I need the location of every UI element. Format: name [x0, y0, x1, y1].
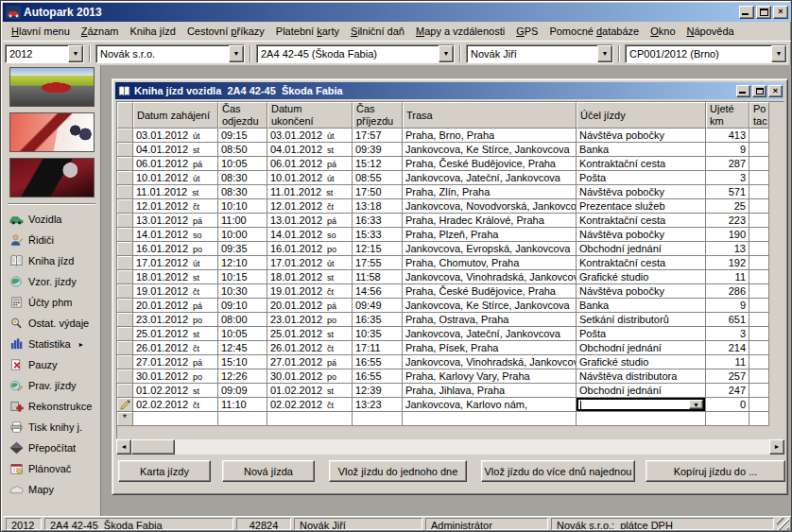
- cell-date-end[interactable]: [267, 412, 353, 426]
- scrollbar-thumb[interactable]: [131, 439, 175, 455]
- cell-time-departure[interactable]: 08:50: [218, 143, 267, 157]
- pencil-icon[interactable]: [117, 398, 133, 412]
- cell-time-departure[interactable]: 10:30: [218, 284, 267, 299]
- cell-odometer-clipped[interactable]: [749, 384, 769, 398]
- year-combo[interactable]: 2012▼: [5, 44, 84, 63]
- cell-date-end[interactable]: 26.01.2012čt: [267, 341, 353, 355]
- cell-odometer-clipped[interactable]: [749, 129, 769, 143]
- cell-time-arrival[interactable]: 16:55: [353, 355, 403, 369]
- scroll-right-arrow-icon[interactable]: ►: [769, 439, 784, 455]
- cell-distance-km[interactable]: 571: [706, 185, 749, 199]
- trip-log-titlebar[interactable]: Kniha jízd vozidla 2A4 42-45 Škoda Fabia…: [115, 82, 784, 99]
- cell-time-departure[interactable]: 12:10: [218, 256, 267, 270]
- cell-distance-km[interactable]: 286: [706, 284, 749, 299]
- table-row[interactable]: 30.01.2012po12:2630.01.2012po16:55Praha,…: [117, 369, 784, 384]
- table-row[interactable]: 23.01.2012po08:0023.01.2012po16:35Praha,…: [117, 313, 784, 327]
- table-row[interactable]: 03.01.2012út09:1503.01.2012út17:57Praha,…: [117, 129, 784, 143]
- cell-date-end[interactable]: 04.01.2012st: [267, 143, 353, 157]
- row-selector[interactable]: [117, 185, 133, 199]
- cell-route[interactable]: Jankovcova, Karlovo nám,: [403, 398, 577, 412]
- cell-time-arrival[interactable]: 11:58: [353, 270, 403, 284]
- cell-date-start[interactable]: 02.02.2012čt: [133, 398, 218, 412]
- row-selector[interactable]: [117, 341, 133, 355]
- cell-date-end[interactable]: 14.01.2012so: [267, 228, 353, 242]
- cell-purpose[interactable]: Kontraktační cesta: [577, 256, 706, 270]
- sidebar-item-ridici[interactable]: Řidiči: [3, 230, 100, 250]
- cell-purpose[interactable]: Kontraktační cesta: [577, 214, 706, 228]
- window-titlebar[interactable]: Autopark 2013 ×: [3, 3, 791, 22]
- cell-time-departure[interactable]: 10:00: [218, 228, 267, 242]
- menu-item-silnicni-dan[interactable]: Silniční daň: [345, 23, 410, 40]
- cell-date-start[interactable]: 01.02.2012st: [133, 384, 218, 398]
- cell-route[interactable]: Praha, Karlovy Vary, Praha: [403, 369, 577, 384]
- table-row[interactable]: 18.01.2012st10:1518.01.2012st11:58Jankov…: [117, 270, 784, 284]
- cell-odometer-clipped[interactable]: [749, 214, 769, 228]
- cell-route[interactable]: Jankovcova, Novodvorská, Jankovcova: [403, 199, 577, 214]
- menu-item-platebni-karty[interactable]: Platební karty: [270, 23, 345, 40]
- cell-time-departure[interactable]: [218, 412, 267, 426]
- purpose-editor-combobox[interactable]: ▼: [577, 398, 705, 411]
- trip-order-combo-value[interactable]: CP001/2012 (Brno): [626, 45, 771, 62]
- row-selector[interactable]: [117, 228, 133, 242]
- cell-time-arrival[interactable]: 17:55: [353, 256, 403, 270]
- cell-time-arrival[interactable]: 14:56: [353, 284, 403, 299]
- cell-distance-km[interactable]: 13: [706, 242, 749, 256]
- scroll-left-arrow-icon[interactable]: ◄: [116, 439, 131, 455]
- table-row[interactable]: 25.01.2012st10:0525.01.2012st10:35Jankov…: [117, 327, 784, 341]
- close-button[interactable]: ×: [773, 6, 788, 19]
- menu-item-cestovni-prikazy[interactable]: Cestovní příkazy: [181, 23, 270, 40]
- row-selector[interactable]: [117, 284, 133, 299]
- cell-time-arrival[interactable]: 09:39: [353, 143, 403, 157]
- cell-odometer-clipped[interactable]: [749, 355, 769, 369]
- driver-combo-value[interactable]: Novák Jiří: [467, 45, 597, 62]
- horizontal-scrollbar[interactable]: ◄ ►: [116, 439, 784, 455]
- cell-time-departure[interactable]: 15:10: [218, 355, 267, 369]
- table-row[interactable]: 11.01.2012st08:3011.01.2012st17:50Praha,…: [117, 185, 784, 199]
- vehicle-combo-value[interactable]: 2A4 42-45 (Škoda Fabia): [257, 45, 439, 62]
- chevron-down-icon[interactable]: ▼: [68, 45, 83, 62]
- cell-route[interactable]: Jankovcova, Jateční, Jankovcova: [403, 171, 577, 185]
- row-selector[interactable]: [117, 171, 133, 185]
- cell-distance-km[interactable]: 3: [706, 171, 749, 185]
- cell-date-end[interactable]: 17.01.2012út: [267, 256, 353, 270]
- cell-time-arrival[interactable]: 09:49: [353, 299, 403, 313]
- cell-date-start[interactable]: 30.01.2012po: [133, 369, 218, 384]
- cell-distance-km[interactable]: 247: [706, 384, 749, 398]
- cell-purpose[interactable]: Obchodní jednání: [577, 242, 706, 256]
- cell-date-start[interactable]: 16.01.2012po: [133, 242, 218, 256]
- cell-distance-km[interactable]: 223: [706, 214, 749, 228]
- cell-purpose[interactable]: Banka: [577, 299, 706, 313]
- cell-odometer-clipped[interactable]: [749, 171, 769, 185]
- cell-time-departure[interactable]: 09:35: [218, 242, 267, 256]
- sidebar-item-rekonstrukce[interactable]: Rekonstrukce: [3, 396, 100, 417]
- cell-odometer-clipped[interactable]: [749, 185, 769, 199]
- cell-time-departure[interactable]: 08:00: [218, 313, 267, 327]
- cell-date-start[interactable]: 14.01.2012so: [133, 228, 218, 242]
- cell-distance-km[interactable]: 257: [706, 369, 749, 384]
- cell-time-arrival[interactable]: 16:33: [353, 214, 403, 228]
- menu-item-zaznam[interactable]: Záznam: [76, 23, 125, 40]
- cell-date-end[interactable]: 13.01.2012pá: [267, 214, 353, 228]
- copy-trip-button[interactable]: Kopíruj jízdu do ...: [646, 460, 785, 482]
- cell-purpose[interactable]: Setkání distributorů: [577, 313, 706, 327]
- cell-odometer-clipped[interactable]: [749, 242, 769, 256]
- cell-date-end[interactable]: 16.01.2012po: [267, 242, 353, 256]
- cell-odometer-clipped[interactable]: [749, 199, 769, 214]
- cell-purpose[interactable]: Grafické studio: [577, 355, 706, 369]
- menu-item-hlavni-menu[interactable]: Hlavní menu: [6, 23, 76, 40]
- menu-item-pomocne-databaze[interactable]: Pomocné databáze: [543, 23, 645, 40]
- child-close-button[interactable]: ×: [768, 85, 783, 97]
- cell-date-start[interactable]: 20.01.2012pá: [133, 299, 218, 313]
- cell-time-arrival[interactable]: 16:35: [353, 313, 403, 327]
- cell-odometer-clipped[interactable]: [749, 369, 769, 384]
- table-row[interactable]: 16.01.2012po09:3516.01.2012po12:15Jankov…: [117, 242, 784, 256]
- cell-purpose[interactable]: Návštěva pobočky: [577, 185, 706, 199]
- cell-route[interactable]: Praha, Jihlava, Praha: [403, 384, 577, 398]
- cell-odometer-clipped[interactable]: [749, 284, 769, 299]
- company-combo[interactable]: Novák s.r.o.▼: [95, 44, 245, 63]
- cell-time-departure[interactable]: 11:00: [218, 214, 267, 228]
- company-combo-value[interactable]: Novák s.r.o.: [96, 45, 229, 62]
- sidebar-item-statistika[interactable]: Statistika▸: [3, 334, 100, 354]
- cell-route[interactable]: Praha, Plzeň, Praha: [403, 228, 577, 242]
- child-maximize-button[interactable]: [752, 85, 766, 97]
